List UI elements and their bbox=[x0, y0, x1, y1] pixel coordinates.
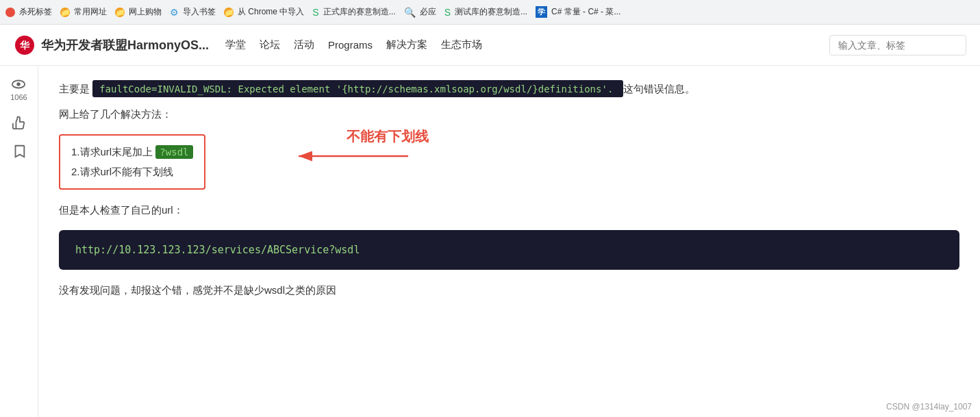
view-count-item: 1066 bbox=[10, 77, 27, 101]
bookmark-label: 杀死标签 bbox=[19, 6, 52, 18]
arrow-icon bbox=[292, 142, 415, 170]
bookmark-test-library[interactable]: S 测试库的赛意制造... bbox=[444, 6, 527, 18]
search-input[interactable] bbox=[829, 35, 966, 55]
view-count: 1066 bbox=[10, 93, 27, 101]
solution-2: 2.请求url不能有下划线 bbox=[71, 162, 193, 182]
solutions-title: 网上给了几个解决方法： bbox=[59, 105, 959, 123]
error-code-text: faultCode=INVALID_WSDL: Expected element… bbox=[99, 84, 613, 94]
nav-luntan[interactable]: 论坛 bbox=[260, 38, 280, 51]
intro-suffix: 这句错误信息。 bbox=[623, 83, 695, 94]
nav-programs[interactable]: Programs bbox=[328, 39, 373, 51]
site-title: 华为开发者联盟HarmonyOS... bbox=[41, 37, 209, 53]
nav-jiejuefangan[interactable]: 解决方案 bbox=[386, 38, 427, 51]
nav-huodong[interactable]: 活动 bbox=[294, 38, 314, 51]
common-urls-icon: 📁 bbox=[60, 8, 70, 17]
main-layout: 1066 主要是 faultCode=INVALID_WSDL: Expecte… bbox=[0, 66, 980, 417]
svg-text:华: 华 bbox=[19, 40, 30, 51]
bookmark-label: 从 Chrome 中导入 bbox=[238, 6, 304, 18]
bookmark-chrome-import[interactable]: 📁 从 Chrome 中导入 bbox=[224, 6, 304, 18]
wsdl-highlight: ?wsdl bbox=[155, 145, 192, 159]
bookmark-label: 导入书签 bbox=[183, 6, 216, 18]
nav-shengtaishichang[interactable]: 生态市场 bbox=[441, 38, 482, 51]
site-header: 华 华为开发者联盟HarmonyOS... 学堂 论坛 活动 Programs … bbox=[0, 25, 980, 66]
solution1-prefix: 1.请求url末尾加上 bbox=[71, 146, 153, 157]
thumbup-icon bbox=[12, 115, 27, 130]
left-sidebar: 1066 bbox=[0, 66, 38, 417]
bookmark-item[interactable] bbox=[12, 144, 27, 159]
content-area: 主要是 faultCode=INVALID_WSDL: Expected ele… bbox=[38, 66, 980, 417]
solutions-area: 1.请求url末尾加上 ?wsdl 2.请求url不能有下划线 不能有下划线 bbox=[59, 134, 959, 190]
svg-point-3 bbox=[17, 82, 21, 86]
code-block: http://10.123.123.123/services/ABCServic… bbox=[59, 230, 959, 270]
bookmark-import[interactable]: ⚙ 导入书签 bbox=[170, 6, 216, 18]
code-url: http://10.123.123.123/services/ABCServic… bbox=[75, 244, 360, 256]
url-check-paragraph: 但是本人检查了自己的url： bbox=[59, 201, 959, 219]
no-issue-text: 没有发现问题，却报这个错，感觉并不是缺少wsdl之类的原因 bbox=[59, 281, 959, 299]
bookmark-common-urls[interactable]: 📁 常用网址 bbox=[60, 6, 107, 18]
kill-tabs-icon bbox=[5, 8, 15, 17]
eye-icon bbox=[11, 77, 26, 92]
bookmark-label: 常用网址 bbox=[74, 6, 107, 18]
watermark: CSDN @1314lay_1007 bbox=[886, 402, 972, 412]
bookmark-label: C# 常量 - C# - 菜... bbox=[551, 6, 620, 18]
bookmark-label: 必应 bbox=[420, 6, 436, 18]
bookmark-formal-library[interactable]: S 正式库的赛意制造... bbox=[312, 6, 395, 18]
solution-1: 1.请求url末尾加上 ?wsdl bbox=[71, 142, 193, 162]
bookmark-label: 测试库的赛意制造... bbox=[455, 6, 527, 18]
intro-text: 主要是 bbox=[59, 83, 90, 94]
nav-xuetang[interactable]: 学堂 bbox=[225, 38, 246, 51]
main-nav: 学堂 论坛 活动 Programs 解决方案 生态市场 bbox=[225, 38, 482, 51]
huawei-logo-icon: 华 bbox=[14, 34, 36, 56]
bookmark-shopping[interactable]: 📁 网上购物 bbox=[115, 6, 162, 18]
shopping-icon: 📁 bbox=[115, 8, 125, 17]
like-item[interactable] bbox=[12, 115, 27, 130]
bookmarks-bar: 杀死标签 📁 常用网址 📁 网上购物 ⚙ 导入书签 📁 从 Chrome 中导入… bbox=[0, 0, 980, 25]
bookmark-bing[interactable]: 🔍 必应 bbox=[404, 6, 436, 18]
bookmark-kill-tabs[interactable]: 杀死标签 bbox=[5, 6, 52, 18]
error-paragraph: 主要是 faultCode=INVALID_WSDL: Expected ele… bbox=[59, 79, 959, 98]
bookmark-icon bbox=[12, 144, 27, 159]
error-code-block: faultCode=INVALID_WSDL: Expected element… bbox=[92, 80, 623, 97]
solutions-box: 1.请求url末尾加上 ?wsdl 2.请求url不能有下划线 bbox=[59, 134, 205, 190]
bookmark-label: 正式库的赛意制造... bbox=[323, 6, 396, 18]
logo-area: 华 华为开发者联盟HarmonyOS... bbox=[14, 34, 209, 56]
chrome-import-icon: 📁 bbox=[224, 8, 234, 17]
bookmark-csharp[interactable]: 学 C# 常量 - C# - 菜... bbox=[536, 6, 620, 18]
bookmark-label: 网上购物 bbox=[129, 6, 162, 18]
